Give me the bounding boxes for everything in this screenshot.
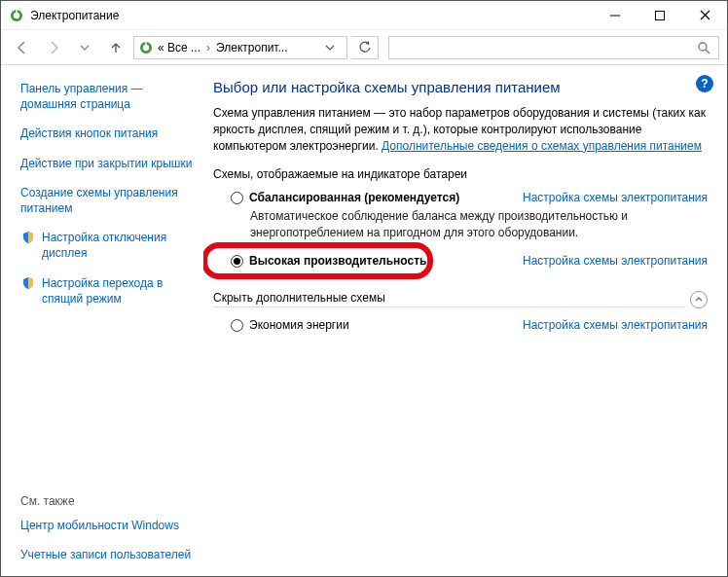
collapse-button[interactable] — [690, 291, 708, 308]
body: Панель управления — домашняя страница Де… — [1, 65, 727, 576]
radio-balanced[interactable] — [231, 192, 243, 204]
hide-additional-row: Скрыть дополнительные схемы — [213, 291, 708, 308]
control-panel-home-link[interactable]: Панель управления — домашняя страница — [20, 81, 196, 112]
forward-button[interactable] — [40, 34, 67, 61]
shield-icon — [20, 275, 36, 291]
search-icon — [697, 41, 710, 54]
up-button[interactable] — [102, 34, 129, 61]
sidebar-link-user-accounts[interactable]: Учетные записи пользователей — [20, 547, 196, 562]
svg-rect-4 — [656, 11, 665, 19]
sidebar: Панель управления — домашняя страница Де… — [1, 65, 203, 576]
search-box[interactable] — [388, 36, 719, 59]
address-row: « Все ... › Электропит... — [1, 30, 727, 65]
main-content: ? Выбор или настройка схемы управления п… — [203, 65, 727, 576]
page-description: Схема управления питанием — это набор па… — [213, 105, 708, 154]
sidebar-link-power-buttons[interactable]: Действия кнопок питания — [20, 126, 196, 141]
power-options-icon — [9, 8, 24, 23]
see-also-label: См. также — [20, 494, 196, 508]
plan-balanced-label[interactable]: Сбалансированная (рекомендуется) — [249, 191, 459, 204]
plan-high-performance-settings-link[interactable]: Настройка схемы электропитания — [523, 254, 708, 268]
close-button[interactable] — [682, 1, 727, 29]
section-battery-plans: Схемы, отображаемые на индикаторе батаре… — [213, 167, 708, 181]
breadcrumb-1[interactable]: « Все ... — [158, 41, 200, 54]
sidebar-link-create-plan[interactable]: Создание схемы управления питанием — [20, 185, 196, 216]
sidebar-link-mobility-center[interactable]: Центр мобильности Windows — [20, 518, 196, 533]
svg-rect-9 — [145, 42, 146, 47]
window: Электропитание — [0, 0, 728, 577]
address-bar[interactable]: « Все ... › Электропит... — [133, 36, 347, 59]
svg-rect-2 — [16, 10, 17, 15]
page-heading: Выбор или настройка схемы управления пит… — [213, 79, 708, 95]
plan-power-saver: Экономия энергии Настройка схемы электро… — [213, 318, 708, 332]
refresh-button[interactable] — [351, 36, 379, 59]
radio-high-performance[interactable] — [231, 255, 243, 268]
sidebar-link-display-off[interactable]: Настройка отключения дисплея — [20, 230, 196, 261]
plan-balanced: Сбалансированная (рекомендуется) Настрой… — [213, 191, 708, 239]
plan-power-saver-settings-link[interactable]: Настройка схемы электропитания — [523, 318, 708, 332]
breadcrumb-2[interactable]: Электропит... — [216, 41, 288, 54]
sidebar-link-lid-close[interactable]: Действие при закрытии крышки — [20, 156, 196, 171]
window-title: Электропитание — [30, 9, 593, 22]
titlebar: Электропитание — [1, 1, 727, 30]
chevron-down-icon[interactable] — [325, 43, 343, 53]
recent-locations-button[interactable] — [71, 34, 98, 61]
shield-icon — [20, 230, 36, 245]
back-button[interactable] — [9, 34, 36, 61]
maximize-button[interactable] — [637, 1, 682, 29]
radio-power-saver[interactable] — [231, 319, 243, 332]
learn-more-link[interactable]: Дополнительные сведения о схемах управле… — [382, 139, 702, 153]
plan-power-saver-label[interactable]: Экономия энергии — [249, 318, 349, 332]
minimize-button[interactable] — [593, 1, 637, 29]
svg-line-11 — [706, 50, 710, 54]
power-options-icon — [138, 40, 154, 55]
sidebar-link-sleep[interactable]: Настройка перехода в спящий режим — [20, 275, 196, 307]
help-button[interactable]: ? — [696, 75, 713, 92]
plan-high-performance: Высокая производительность Настройка схе… — [213, 254, 708, 268]
plan-balanced-desc: Автоматическое соблюдение баланса между … — [250, 208, 708, 239]
chevron-right-icon[interactable]: › — [204, 41, 212, 54]
svg-point-10 — [699, 43, 707, 51]
section-hide-additional: Скрыть дополнительные схемы — [213, 291, 684, 307]
plan-high-performance-label[interactable]: Высокая производительность — [249, 254, 426, 268]
window-buttons — [593, 1, 727, 29]
plan-balanced-settings-link[interactable]: Настройка схемы электропитания — [523, 191, 708, 204]
